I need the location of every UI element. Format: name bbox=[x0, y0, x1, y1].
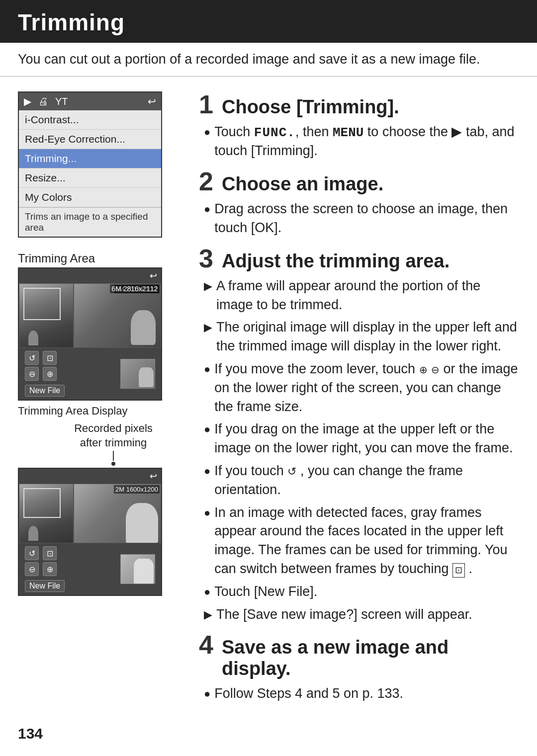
cs-ctrl-row-2b: ⊖ ⊕ bbox=[25, 562, 65, 576]
step3-bullet-7: ● Touch [New File]. bbox=[204, 583, 519, 601]
step1-body: ● Touch FUNC., then MENU to choose the ▶… bbox=[199, 123, 519, 161]
camera-screen-bottom: ↩ 2M 1600x1200 ↺ bbox=[18, 468, 162, 596]
pixel-info-top: 6M 2816x2112 bbox=[110, 284, 159, 293]
menu-description: Trims an image to a specified area bbox=[19, 207, 161, 237]
face-frame-icon: ⊡ bbox=[452, 563, 465, 578]
arrow-3: ▶ bbox=[204, 607, 212, 623]
zoom-in-icon-2[interactable]: ⊕ bbox=[43, 562, 57, 576]
bullet-dot-6: ● bbox=[204, 505, 210, 521]
bullet-dot-8: ● bbox=[204, 686, 210, 702]
step3-bullet-text-2: The original image will display in the u… bbox=[216, 318, 519, 356]
left-column: ▶ 🖨 YT ↩ i-Contrast... Red-Eye Correctio… bbox=[0, 77, 189, 717]
cs-back-icon-2: ↩ bbox=[150, 471, 157, 482]
menu-item-trimming: Trimming... bbox=[19, 149, 161, 168]
step4-title: Save as a new image and display. bbox=[222, 637, 519, 679]
step3-bullet-text-6: In an image with detected faces, gray fr… bbox=[214, 504, 519, 579]
step3-bullet-text-1: A frame will appear around the portion o… bbox=[216, 277, 519, 315]
step3-bullet-text-3: If you move the zoom lever, touch ⊕ ⊖ or… bbox=[214, 360, 519, 416]
recorded-pixels-label: Recorded pixelsafter trimming bbox=[74, 421, 153, 450]
step3-title: Adjust the trimming area. bbox=[222, 251, 449, 272]
step3-bullet-8: ▶ The [Save new image?] screen will appe… bbox=[204, 605, 519, 624]
menu-top-bar: ▶ 🖨 YT ↩ bbox=[19, 92, 161, 110]
face-select-icon[interactable]: ⊡ bbox=[43, 351, 57, 365]
playback-icon: ▶ bbox=[24, 95, 31, 107]
bullet-dot-3: ● bbox=[204, 362, 210, 377]
step4-bullet-text-1: Follow Steps 4 and 5 on p. 133. bbox=[214, 684, 403, 703]
bullet-dot-2: ● bbox=[204, 202, 210, 217]
menu-item-mycolors: My Colors bbox=[19, 188, 161, 207]
cs-upper-left-image bbox=[19, 283, 74, 348]
rotate-icon[interactable]: ↺ bbox=[25, 351, 39, 365]
step3-section: 3 Adjust the trimming area. ▶ A frame wi… bbox=[199, 246, 519, 624]
bullet-dot-7: ● bbox=[204, 585, 210, 600]
step3-bullet-1: ▶ A frame will appear around the portion… bbox=[204, 277, 519, 315]
trimming-area-display-label: Trimming Area Display bbox=[18, 405, 179, 418]
step3-bullet-text-8: The [Save new image?] screen will appear… bbox=[216, 605, 472, 624]
face-select-icon-2[interactable]: ⊡ bbox=[43, 546, 57, 560]
step1-bullet-1: ● Touch FUNC., then MENU to choose the ▶… bbox=[204, 123, 519, 161]
step3-bullet-2: ▶ The original image will display in the… bbox=[204, 318, 519, 356]
camera-screen-top: ↩ 6M 2816x2112 6M 2816x2112 bbox=[18, 267, 162, 401]
step1-number: 1 bbox=[199, 91, 217, 117]
step3-number: 3 bbox=[199, 246, 217, 271]
person-face bbox=[131, 310, 156, 345]
cs-lower-right-image-2: 2M 1600x1200 bbox=[74, 484, 161, 543]
cs-preview-right-2 bbox=[120, 554, 155, 584]
cs-ctrl-row-1a: ↺ ⊡ bbox=[25, 351, 65, 365]
rotate-frame-icon: ↺ bbox=[287, 465, 296, 478]
trim-box-overlay-2 bbox=[23, 488, 61, 518]
step3-bullet-5: ● If you touch ↺ , you can change the fr… bbox=[204, 462, 519, 500]
arrow-1: ▶ bbox=[204, 279, 212, 294]
step2-title: Choose an image. bbox=[222, 173, 383, 195]
title-bar: Trimming bbox=[0, 0, 537, 43]
step2-bullet-1: ● Drag across the screen to choose an im… bbox=[204, 200, 519, 238]
zoom-out-icon[interactable]: ⊖ bbox=[25, 367, 39, 381]
pixel-info-bottom-right: 2M 1600x1200 bbox=[114, 485, 160, 494]
person-closeup bbox=[126, 503, 158, 543]
connector-dot bbox=[111, 462, 115, 466]
step1-title: Choose [Trimming]. bbox=[222, 96, 399, 118]
preview-person bbox=[139, 367, 154, 387]
cs-ctrl-left-1: ↺ ⊡ ⊖ ⊕ New File bbox=[25, 351, 65, 397]
menu-icons: ▶ 🖨 YT bbox=[24, 95, 68, 107]
cs-image-area-2: 2M 1600x1200 bbox=[19, 484, 161, 543]
trim-box-overlay bbox=[23, 288, 61, 320]
new-file-button-2[interactable]: New File bbox=[25, 580, 65, 592]
zoom-in-icon[interactable]: ⊕ bbox=[43, 367, 57, 381]
person-silhouette-2 bbox=[28, 526, 38, 541]
menu-item-redeye: Red-Eye Correction... bbox=[19, 130, 161, 149]
connector-line bbox=[113, 451, 114, 461]
menu-label: MENU bbox=[333, 125, 363, 140]
bullet-dot-4: ● bbox=[204, 422, 210, 437]
step4-section: 4 Save as a new image and display. ● Fol… bbox=[199, 632, 519, 703]
preview-person-2 bbox=[134, 559, 154, 584]
right-column: 1 Choose [Trimming]. ● Touch FUNC., then… bbox=[189, 77, 537, 717]
func-label: FUNC. bbox=[254, 125, 295, 140]
step4-bullet-1: ● Follow Steps 4 and 5 on p. 133. bbox=[204, 684, 519, 703]
step4-header: 4 Save as a new image and display. bbox=[199, 632, 519, 679]
cs-top-bar-1: ↩ bbox=[19, 268, 161, 283]
cs-preview-right bbox=[120, 359, 155, 389]
step3-bullet-4: ● If you drag on the image at the upper … bbox=[204, 420, 519, 458]
step3-bullet-text-4: If you drag on the image at the upper le… bbox=[214, 420, 519, 458]
step3-bullet-3: ● If you move the zoom lever, touch ⊕ ⊖ … bbox=[204, 360, 519, 416]
step2-section: 2 Choose an image. ● Drag across the scr… bbox=[199, 168, 519, 238]
cs-top-bar-2: ↩ bbox=[19, 469, 161, 484]
step3-bullet-6: ● In an image with detected faces, gray … bbox=[204, 504, 519, 579]
step2-number: 2 bbox=[199, 168, 217, 194]
page-number: 134 bbox=[18, 725, 43, 742]
arrow-2: ▶ bbox=[204, 320, 212, 336]
step2-bullet-text: Drag across the screen to choose an imag… bbox=[214, 200, 519, 238]
main-content: ▶ 🖨 YT ↩ i-Contrast... Red-Eye Correctio… bbox=[0, 77, 537, 717]
zoom-out-icon-2[interactable]: ⊖ bbox=[25, 562, 39, 576]
rotate-icon-2[interactable]: ↺ bbox=[25, 546, 39, 560]
recorded-pixels-annotation: Recorded pixelsafter trimming bbox=[48, 421, 179, 466]
step3-bullet-text-7: Touch [New File]. bbox=[214, 583, 317, 601]
menu-screenshot: ▶ 🖨 YT ↩ i-Contrast... Red-Eye Correctio… bbox=[18, 91, 162, 238]
new-file-button[interactable]: New File bbox=[25, 385, 65, 397]
cs-back-icon-1: ↩ bbox=[150, 270, 157, 281]
menu-item-contrast: i-Contrast... bbox=[19, 110, 161, 130]
step4-body: ● Follow Steps 4 and 5 on p. 133. bbox=[199, 684, 519, 703]
page-title: Trimming bbox=[18, 9, 519, 36]
cs-controls-2: ↺ ⊡ ⊖ ⊕ New File bbox=[19, 543, 161, 595]
